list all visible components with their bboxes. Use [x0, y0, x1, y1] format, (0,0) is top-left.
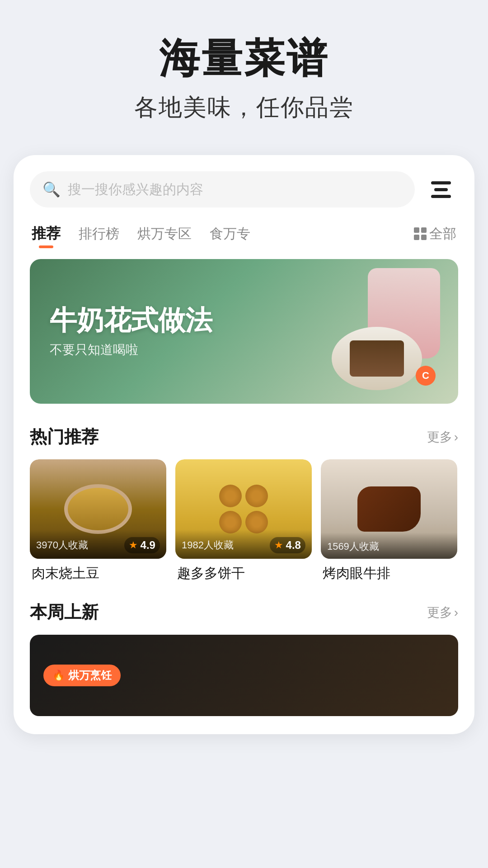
- tab-recommended[interactable]: 推荐: [32, 224, 61, 246]
- tab-all[interactable]: 全部: [414, 225, 456, 246]
- recipe-row: 3970人收藏 ★ 4.9 肉末烧土豆: [30, 459, 458, 583]
- hero-subtitle: 各地美味，任你品尝: [18, 92, 470, 123]
- recipe-image-2: 1982人收藏 ★ 4.8: [175, 459, 312, 559]
- this-week-section: 本周上新 更多 › 🔥 烘万烹饪: [30, 601, 458, 716]
- tab-food[interactable]: 食万专: [210, 225, 250, 246]
- star-icon-1: ★: [129, 539, 138, 551]
- grid-icon: [414, 227, 427, 240]
- tabs-row: 推荐 排行榜 烘万专区 食万专 全部: [30, 224, 458, 246]
- recipe-image-1: 3970人收藏 ★ 4.9: [30, 459, 166, 559]
- c-logo-badge: C: [416, 366, 436, 386]
- banner[interactable]: 牛奶花式做法 不要只知道喝啦 C: [30, 259, 458, 404]
- collect-count-1: 3970人收藏: [36, 538, 88, 552]
- star-icon-2: ★: [274, 539, 283, 551]
- week-section-title: 本周上新: [30, 601, 99, 624]
- search-icon: 🔍: [42, 181, 61, 198]
- menu-bar-middle: [434, 188, 448, 191]
- recipe-badge-2: 1982人收藏 ★ 4.8: [175, 530, 312, 559]
- collect-count-2: 1982人收藏: [182, 538, 234, 552]
- menu-bar-top: [431, 181, 451, 184]
- cookie-1: [219, 485, 242, 507]
- hot-more-link[interactable]: 更多 ›: [427, 429, 458, 446]
- search-placeholder: 搜一搜你感兴趣的内容: [68, 180, 203, 199]
- recipe-name-2: 趣多多饼干: [175, 564, 312, 583]
- grid-dot-1: [414, 227, 419, 233]
- recipe-card-2[interactable]: 1982人收藏 ★ 4.8 趣多多饼干: [175, 459, 312, 583]
- recipe-badge-1: 3970人收藏 ★ 4.9: [30, 530, 166, 559]
- recipe-name-3: 烤肉眼牛排: [321, 564, 457, 583]
- search-row: 🔍 搜一搜你感兴趣的内容: [30, 171, 458, 208]
- rating-badge-2: ★ 4.8: [270, 537, 305, 553]
- recipe-badge-3: 1569人收藏: [321, 533, 457, 559]
- rating-badge-1: ★ 4.9: [124, 537, 160, 553]
- week-chevron-icon: ›: [454, 605, 458, 620]
- menu-bar-bottom: [431, 195, 451, 198]
- bowl-decoration: [64, 484, 132, 534]
- recipe-image-3: 1569人收藏: [321, 459, 457, 559]
- week-more-link[interactable]: 更多 ›: [427, 604, 458, 621]
- collect-count-3: 1569人收藏: [327, 540, 379, 553]
- search-bar[interactable]: 🔍 搜一搜你感兴趣的内容: [30, 171, 415, 208]
- rating-value-1: 4.9: [141, 539, 155, 552]
- food-plate-image: [332, 327, 422, 390]
- recipe-card-1[interactable]: 3970人收藏 ★ 4.9 肉末烧土豆: [30, 459, 166, 583]
- hot-more-text: 更多: [427, 429, 452, 446]
- cookie-2: [245, 485, 268, 507]
- hero-section: 海量菜谱 各地美味，任你品尝: [0, 0, 488, 146]
- food-cake-image: [350, 340, 404, 377]
- tab-all-label: 全部: [429, 225, 456, 243]
- grid-dot-3: [414, 235, 419, 240]
- week-badge-tag: 🔥 烘万烹饪: [43, 665, 121, 686]
- week-section-header: 本周上新 更多 ›: [30, 601, 458, 624]
- recipe-name-1: 肉末烧土豆: [30, 564, 166, 583]
- app-card: 🔍 搜一搜你感兴趣的内容 推荐 排行榜 烘万专区 食万专 全部 牛奶花式做法: [14, 155, 474, 734]
- steak-decoration: [357, 486, 421, 532]
- week-more-text: 更多: [427, 604, 452, 621]
- grid-dot-4: [421, 235, 427, 240]
- week-badge-label: 烘万烹饪: [68, 668, 112, 683]
- hot-chevron-icon: ›: [454, 430, 458, 444]
- recipe-card-3[interactable]: 1569人收藏 烤肉眼牛排: [321, 459, 457, 583]
- hero-title: 海量菜谱: [18, 36, 470, 81]
- fire-icon: 🔥: [52, 670, 65, 681]
- tab-baking[interactable]: 烘万专区: [137, 225, 192, 246]
- week-banner[interactable]: 🔥 烘万烹饪: [30, 635, 458, 716]
- hot-section-header: 热门推荐 更多 ›: [30, 425, 458, 448]
- grid-dot-2: [421, 227, 427, 233]
- hot-section-title: 热门推荐: [30, 425, 99, 448]
- tab-ranking[interactable]: 排行榜: [79, 225, 119, 246]
- cookie-decoration: [219, 485, 268, 533]
- rating-value-2: 4.8: [286, 539, 301, 552]
- menu-icon[interactable]: [424, 172, 458, 207]
